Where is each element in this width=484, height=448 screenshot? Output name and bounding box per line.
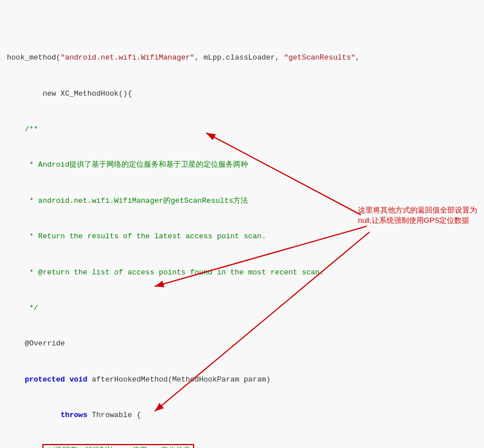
code-line: * Android提供了基于网络的定位服务和基于卫星的定位服务两种 [7, 159, 477, 171]
code-line: */ [7, 302, 477, 315]
code-line: throws Throwable { [7, 410, 477, 422]
code-line: hook_method("android.net.wifi.WifiManage… [7, 52, 477, 64]
code-line: * Return the results of the latest acces… [7, 231, 477, 243]
code-line: @Override [7, 338, 477, 350]
code-line: /** [7, 124, 477, 136]
annotation-label: 这里将其他方式的返回值全部设置为null,让系统强制使用GPS定位数据 [358, 206, 477, 225]
code-line: protected void afterHookedMethod(MethodH… [7, 374, 477, 386]
annotation-text: 这里将其他方式的返回值全部设置为null,让系统强制使用GPS定位数据 [358, 205, 478, 226]
code-line: new XC_MethodHook(){ [7, 88, 477, 100]
highlight-box-1: //返回空，就强制让apps使用gps定位信息 [7, 445, 477, 448]
code-line: * @return the list of access points foun… [7, 267, 477, 279]
